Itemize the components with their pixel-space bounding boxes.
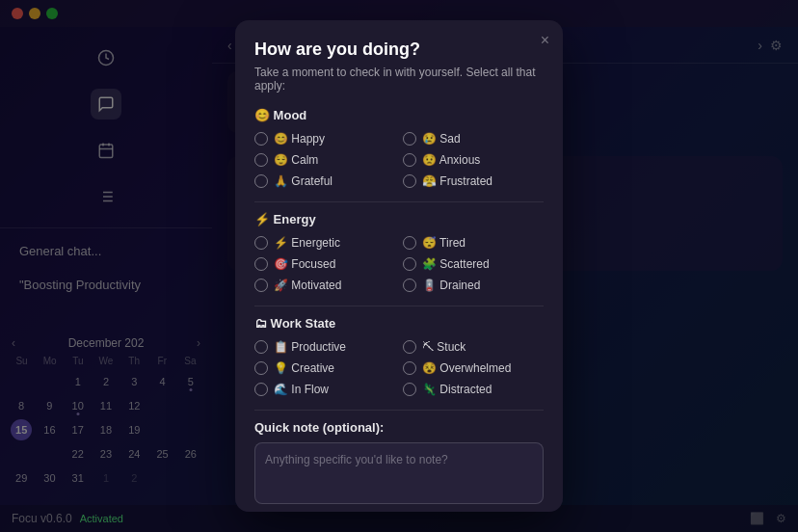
divider-3 (254, 410, 544, 411)
mood-anxious-radio[interactable] (403, 153, 416, 167)
mood-frustrated-radio[interactable] (403, 174, 416, 188)
modal-subtitle: Take a moment to check in with yourself.… (254, 66, 544, 93)
mood-sad[interactable]: 😢 Sad (403, 130, 544, 147)
work-productive-radio[interactable] (254, 340, 268, 354)
work-creative[interactable]: 💡 Creative (254, 359, 395, 377)
modal-close-button[interactable]: × (541, 32, 549, 49)
energy-tired[interactable]: 😴 Tired (403, 234, 544, 252)
work-inflow-radio[interactable] (254, 383, 268, 396)
divider-1 (254, 201, 544, 202)
energy-motivated[interactable]: 🚀 Motivated (254, 277, 395, 294)
quick-note-label: Quick note (optional): (254, 420, 544, 435)
energy-focused[interactable]: 🎯 Focused (254, 255, 395, 273)
mood-sad-radio[interactable] (403, 132, 416, 146)
work-overwhelmed[interactable]: 😵 Overwhelmed (403, 359, 544, 377)
mood-anxious[interactable]: 😟 Anxious (403, 151, 544, 169)
energy-focused-radio[interactable] (254, 257, 268, 271)
energy-energetic[interactable]: ⚡ Energetic (254, 234, 395, 252)
workstate-section: 🗂 Work State 📋 Productive ⛏ Stuck 💡 Crea… (254, 316, 544, 398)
energy-drained[interactable]: 🪫 Drained (403, 277, 544, 294)
quick-note-textarea[interactable] (254, 442, 544, 504)
work-overwhelmed-radio[interactable] (403, 361, 416, 375)
workstate-section-label: 🗂 Work State (254, 316, 544, 331)
energy-scattered[interactable]: 🧩 Scattered (403, 255, 544, 273)
mood-section: 😊 Mood 😊 Happy 😢 Sad 😌 Calm (254, 108, 544, 190)
mood-happy-radio[interactable] (254, 132, 268, 146)
divider-2 (254, 306, 544, 306)
mood-happy[interactable]: 😊 Happy (254, 130, 395, 147)
workstate-grid: 📋 Productive ⛏ Stuck 💡 Creative 😵 Overwh… (254, 338, 544, 398)
work-stuck-radio[interactable] (403, 340, 416, 354)
mood-calm-radio[interactable] (254, 153, 268, 167)
mood-calm[interactable]: 😌 Calm (254, 151, 395, 169)
energy-section: ⚡ Energy ⚡ Energetic 😴 Tired 🎯 Focused (254, 212, 544, 294)
mood-grateful[interactable]: 🙏 Grateful (254, 173, 395, 190)
mood-grateful-radio[interactable] (254, 174, 268, 188)
work-distracted[interactable]: 🦎 Distracted (403, 381, 544, 398)
work-stuck[interactable]: ⛏ Stuck (403, 338, 544, 356)
modal-overlay: × How are you doing? Take a moment to ch… (0, 0, 798, 532)
energy-drained-radio[interactable] (403, 279, 416, 292)
work-inflow[interactable]: 🌊 In Flow (254, 381, 395, 398)
work-distracted-radio[interactable] (403, 383, 416, 396)
modal-dialog: × How are you doing? Take a moment to ch… (235, 20, 563, 512)
mood-frustrated[interactable]: 😤 Frustrated (403, 173, 544, 190)
energy-scattered-radio[interactable] (403, 257, 416, 271)
work-creative-radio[interactable] (254, 361, 268, 375)
mood-section-label: 😊 Mood (254, 108, 544, 122)
mood-grid: 😊 Happy 😢 Sad 😌 Calm 😟 Anxious (254, 130, 544, 190)
work-productive[interactable]: 📋 Productive (254, 338, 395, 356)
energy-motivated-radio[interactable] (254, 279, 268, 292)
energy-grid: ⚡ Energetic 😴 Tired 🎯 Focused 🧩 Scattere… (254, 234, 544, 294)
energy-tired-radio[interactable] (403, 236, 416, 250)
modal-title: How are you doing? (254, 40, 544, 60)
app-window: General chat... "Boosting Productivity ‹… (0, 0, 798, 532)
energy-energetic-radio[interactable] (254, 236, 268, 250)
energy-section-label: ⚡ Energy (254, 212, 544, 226)
